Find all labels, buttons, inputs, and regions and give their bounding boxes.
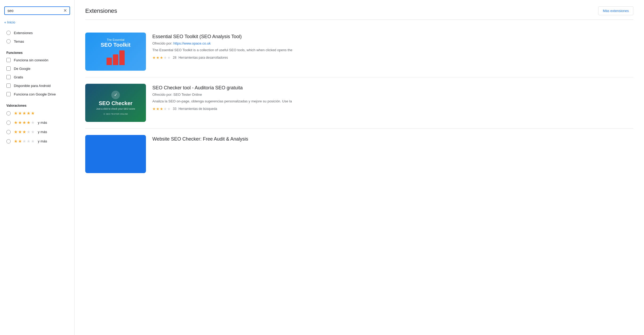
main-header: Extensiones Más extensiones — [85, 6, 633, 15]
filter-rating-3[interactable]: ★★★★★ y más — [0, 127, 74, 137]
extension-card-essential-seo-toolkit[interactable]: The Essential SEO Toolkit Essential SEO … — [85, 26, 633, 77]
filter-gratis[interactable]: Gratis — [0, 73, 74, 81]
temas-label: Temas — [14, 39, 24, 43]
extension-name-1: Essential SEO Toolkit (SEO Analysis Tool… — [152, 34, 633, 40]
footer-icon: ⊙ — [103, 113, 105, 115]
thumb-subtitle-2: Just a click to check your SEO score — [96, 107, 135, 110]
ratings-section: Valoraciones ★★★★★ ★★★★★ y más ★★★★★ — [0, 101, 74, 148]
extension-meta-1: ★ ★ ★ ★ ★ 28 Herramientas para desarroll… — [152, 55, 633, 60]
stars-rating-2: ★ ★ ★ ★ ★ — [152, 107, 171, 111]
extension-meta-2: ★ ★ ★ ★ ★ 33 Herramientas de búsqueda — [152, 107, 633, 111]
footer-text: SEO TESTER ONLINE — [106, 113, 128, 115]
star-2-5: ★ — [167, 107, 171, 111]
google-checkbox[interactable] — [6, 66, 11, 71]
offline-checkbox[interactable] — [6, 58, 11, 62]
extension-thumbnail-3 — [85, 135, 146, 173]
extension-desc-1: The Essential SEO Toolkit is a collectio… — [152, 47, 633, 53]
type-filter-section: Extensiones Temas — [0, 29, 74, 48]
temas-radio[interactable] — [6, 39, 11, 43]
page-title: Extensiones — [85, 7, 117, 14]
rating-3-label: y más — [38, 130, 47, 134]
stars-4: ★★★★★ — [14, 120, 35, 125]
star-1-4: ★ — [164, 55, 167, 60]
extension-desc-2: Analiza la SEO on-page, obtenga sugerenc… — [152, 99, 633, 104]
stars-2: ★★★★★ — [14, 139, 35, 144]
filter-android[interactable]: Disponible para Android — [0, 81, 74, 90]
extension-thumbnail-2: ✓ SEO Checker Just a click to check your… — [85, 84, 146, 122]
filter-drive[interactable]: Funciona con Google Drive — [0, 90, 74, 98]
rating-count-1: 28 — [173, 56, 176, 59]
offered-by-label-2: Ofrecido por: — [152, 93, 172, 97]
extension-offered-2: Ofrecido por: SEO Tester Online — [152, 93, 633, 97]
category-1: Herramientas para desarrolladores — [178, 56, 228, 59]
search-wrap: seo ✕ — [0, 4, 74, 19]
back-link[interactable]: « Inicio — [0, 19, 74, 29]
extension-thumbnail-1: The Essential SEO Toolkit — [85, 33, 146, 71]
extension-card-website-seo-checker[interactable]: Website SEO Checker: Free Audit & Analys… — [85, 129, 633, 180]
bars-illustration — [107, 50, 125, 65]
filter-offline[interactable]: Funciona sin conexión — [0, 56, 74, 64]
offered-by-link-1[interactable]: https://www.opace.co.uk — [173, 41, 211, 45]
filter-rating-5[interactable]: ★★★★★ — [0, 109, 74, 118]
star-1-5: ★ — [167, 55, 171, 60]
bar-3 — [107, 58, 112, 65]
star-2-1: ★ — [152, 107, 156, 111]
star-2-3: ★ — [160, 107, 163, 111]
star-1-1: ★ — [152, 55, 156, 60]
filter-google[interactable]: De Google — [0, 64, 74, 73]
stars-rating-1: ★ ★ ★ ★ ★ — [152, 55, 171, 60]
thumb-title-big: SEO Toolkit — [101, 42, 131, 48]
search-box: seo ✕ — [4, 6, 70, 15]
rating-2-label: y más — [38, 139, 47, 143]
extension-info-3: Website SEO Checker: Free Audit & Analys… — [152, 135, 633, 144]
bar-2 — [113, 54, 118, 65]
rating-5-radio[interactable] — [6, 111, 11, 115]
filter-rating-2[interactable]: ★★★★★ y más — [0, 137, 74, 146]
extension-name-3: Website SEO Checker: Free Audit & Analys… — [152, 136, 633, 142]
extension-name-2: SEO Checker tool - Auditoría SEO gratuit… — [152, 85, 633, 91]
ratings-title: Valoraciones — [0, 101, 74, 109]
extension-info-1: Essential SEO Toolkit (SEO Analysis Tool… — [152, 33, 633, 60]
extension-info-2: SEO Checker tool - Auditoría SEO gratuit… — [152, 84, 633, 111]
features-title: Funciones — [0, 48, 74, 56]
extension-card-seo-checker[interactable]: ✓ SEO Checker Just a click to check your… — [85, 77, 633, 129]
drive-checkbox[interactable] — [6, 92, 11, 96]
offered-by-label-1: Ofrecido por: — [152, 41, 172, 45]
extension-offered-1: Ofrecido por: https://www.opace.co.uk — [152, 41, 633, 45]
check-icon: ✓ — [111, 91, 120, 99]
search-input[interactable]: seo — [7, 9, 63, 13]
filter-extensions[interactable]: Extensiones — [0, 29, 74, 37]
android-checkbox[interactable] — [6, 83, 11, 88]
rating-count-2: 33 — [173, 107, 176, 111]
rating-3-radio[interactable] — [6, 130, 11, 134]
stars-3: ★★★★★ — [14, 129, 35, 134]
rating-4-radio[interactable] — [6, 121, 11, 125]
more-extensions-button[interactable]: Más extensiones — [598, 6, 633, 15]
extensions-label: Extensiones — [14, 31, 33, 35]
filter-temas[interactable]: Temas — [0, 37, 74, 46]
thumb-title-small: The Essential — [107, 38, 125, 41]
star-1-2: ★ — [156, 55, 160, 60]
star-2-4: ★ — [164, 107, 167, 111]
bar-1 — [119, 50, 125, 65]
star-2-2: ★ — [156, 107, 160, 111]
header-divider — [85, 19, 633, 20]
offered-by-text-2: SEO Tester Online — [173, 93, 202, 97]
stars-5: ★★★★★ — [14, 111, 35, 116]
thumb-brand-2: SEO Checker — [99, 100, 133, 106]
thumb-footer-brand-2: ⊙ SEO TESTER ONLINE — [103, 113, 128, 115]
clear-search-icon[interactable]: ✕ — [63, 9, 67, 13]
rating-2-radio[interactable] — [6, 139, 11, 143]
filter-rating-4[interactable]: ★★★★★ y más — [0, 118, 74, 127]
sidebar: seo ✕ « Inicio Extensiones Temas Funcion… — [0, 0, 75, 335]
gratis-checkbox[interactable] — [6, 75, 11, 79]
features-section: Funciones Funciona sin conexión De Googl… — [0, 48, 74, 101]
rating-4-label: y más — [38, 121, 47, 125]
extensions-radio[interactable] — [6, 31, 11, 35]
main-content: Extensiones Más extensiones The Essentia… — [75, 0, 644, 335]
category-2: Herramientas de búsqueda — [178, 107, 217, 111]
star-1-3: ★ — [160, 55, 163, 60]
